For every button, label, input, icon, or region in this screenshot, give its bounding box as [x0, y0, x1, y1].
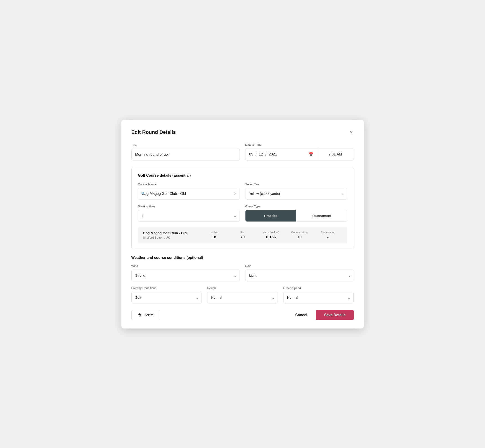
green-speed-wrap: SlowNormalFast ⌄ — [283, 292, 354, 304]
stat-par: Par 70 — [228, 231, 257, 240]
wind-dropdown[interactable]: NoneLightModerateStrong — [131, 270, 240, 281]
green-speed-dropdown[interactable]: SlowNormalFast — [283, 292, 354, 304]
delete-button[interactable]: 🗑 Delete — [131, 310, 160, 320]
wind-label: Wind — [131, 264, 240, 268]
time-value: 7:31 AM — [329, 152, 342, 156]
course-name-input-wrap: 🔍 ✕ — [138, 188, 240, 200]
title-input[interactable] — [131, 149, 240, 160]
course-name-field: Course Name 🔍 ✕ — [138, 183, 240, 200]
hole-gametype-row: Starting Hole 1234 5678 910 ⌄ Game Type … — [138, 205, 347, 222]
clear-icon[interactable]: ✕ — [234, 192, 237, 196]
course-name-input[interactable] — [138, 188, 240, 200]
edit-round-modal: Edit Round Details × Title Date & Time 0… — [121, 120, 364, 328]
course-name-display: Gog Magog Golf Club - Old, — [143, 231, 200, 235]
year-value: 2021 — [269, 152, 277, 156]
rain-wrap: NoneLightModerateHeavy ⌄ — [245, 270, 354, 281]
datetime-field: Date & Time 05 / 12 / 2021 📅 7:31 AM — [245, 143, 354, 160]
wind-wrap: NoneLightModerateStrong ⌄ — [131, 270, 240, 281]
stat-course-rating: Course rating 70 — [285, 231, 314, 240]
course-rating-label: Course rating — [285, 231, 314, 234]
modal-header: Edit Round Details × — [131, 129, 354, 136]
rough-label: Rough — [207, 286, 278, 290]
yards-label: Yards(Yellow) — [257, 231, 285, 234]
wind-field: Wind NoneLightModerateStrong ⌄ — [131, 264, 240, 281]
fairway-label: Fairway Conditions — [131, 286, 202, 290]
green-speed-field: Green Speed SlowNormalFast ⌄ — [283, 286, 354, 304]
course-tee-row: Course Name 🔍 ✕ Select Tee Yellow (6,156… — [138, 183, 347, 200]
par-value: 70 — [228, 235, 257, 240]
course-info-name: Gog Magog Golf Club - Old, Shelford Bott… — [143, 231, 200, 239]
holes-label: Holes — [200, 231, 228, 234]
footer-right: Cancel Save Details — [291, 310, 354, 320]
fairway-field: Fairway Conditions DryNormalSoftWet ⌄ — [131, 286, 202, 304]
rain-label: Rain — [245, 264, 354, 268]
practice-button[interactable]: Practice — [245, 210, 296, 222]
weather-section-title: Weather and course conditions (optional) — [131, 256, 354, 260]
course-location-display: Shelford Bottom, UK — [143, 236, 200, 239]
save-button[interactable]: Save Details — [316, 310, 354, 320]
par-label: Par — [228, 231, 257, 234]
search-icon: 🔍 — [141, 192, 146, 196]
select-tee-label: Select Tee — [245, 183, 347, 186]
time-part[interactable]: 7:31 AM — [317, 148, 354, 160]
golf-course-section: Golf Course details (Essential) Course N… — [131, 167, 354, 249]
footer-row: 🗑 Delete Cancel Save Details — [131, 310, 354, 320]
fairway-dropdown[interactable]: DryNormalSoftWet — [131, 292, 202, 304]
tournament-button[interactable]: Tournament — [296, 210, 347, 222]
yards-value: 6,156 — [257, 235, 285, 240]
course-rating-value: 70 — [285, 235, 314, 240]
select-tee-field: Select Tee Yellow (6,156 yards) White Re… — [245, 183, 347, 200]
stat-holes: Holes 18 — [200, 231, 228, 240]
rain-field: Rain NoneLightModerateHeavy ⌄ — [245, 264, 354, 281]
starting-hole-label: Starting Hole — [138, 205, 240, 208]
rough-field: Rough DryNormalSoftWet ⌄ — [207, 286, 278, 304]
datetime-label: Date & Time — [245, 143, 354, 146]
holes-value: 18 — [200, 235, 228, 240]
fairway-wrap: DryNormalSoftWet ⌄ — [131, 292, 202, 304]
stat-slope-rating: Slope rating - — [314, 231, 342, 240]
date-part[interactable]: 05 / 12 / 2021 📅 — [245, 148, 317, 160]
starting-hole-dropdown[interactable]: 1234 5678 910 — [138, 210, 240, 222]
select-tee-wrap: Yellow (6,156 yards) White Red Blue ⌄ — [245, 188, 347, 200]
game-type-field: Game Type Practice Tournament — [245, 205, 347, 222]
course-info-row: Gog Magog Golf Club - Old, Shelford Bott… — [138, 227, 347, 244]
rain-dropdown[interactable]: NoneLightModerateHeavy — [245, 270, 354, 281]
title-label: Title — [131, 144, 240, 147]
green-speed-label: Green Speed — [283, 286, 354, 290]
golf-course-section-title: Golf Course details (Essential) — [138, 174, 347, 177]
stat-yards: Yards(Yellow) 6,156 — [257, 231, 285, 240]
modal-title: Edit Round Details — [131, 129, 176, 135]
day-value: 12 — [259, 152, 263, 156]
rough-wrap: DryNormalSoftWet ⌄ — [207, 292, 278, 304]
cancel-button[interactable]: Cancel — [291, 310, 311, 320]
weather-row-2: Fairway Conditions DryNormalSoftWet ⌄ Ro… — [131, 286, 354, 304]
calendar-icon: 📅 — [308, 152, 313, 157]
game-type-label: Game Type — [245, 205, 347, 208]
delete-label: Delete — [144, 313, 154, 317]
rough-dropdown[interactable]: DryNormalSoftWet — [207, 292, 278, 304]
starting-hole-field: Starting Hole 1234 5678 910 ⌄ — [138, 205, 240, 222]
close-button[interactable]: × — [349, 129, 354, 136]
weather-section: Weather and course conditions (optional)… — [131, 256, 354, 304]
slope-rating-label: Slope rating — [314, 231, 342, 234]
month-value: 05 — [249, 152, 253, 156]
weather-row-1: Wind NoneLightModerateStrong ⌄ Rain None… — [131, 264, 354, 281]
game-type-toggle: Practice Tournament — [245, 210, 347, 222]
select-tee-dropdown[interactable]: Yellow (6,156 yards) White Red Blue — [245, 188, 347, 200]
title-field: Title — [131, 144, 240, 160]
slope-rating-value: - — [314, 235, 342, 240]
top-row: Title Date & Time 05 / 12 / 2021 📅 7:31 … — [131, 143, 354, 160]
datetime-inputs: 05 / 12 / 2021 📅 7:31 AM — [245, 148, 354, 160]
course-name-label: Course Name — [138, 183, 240, 186]
trash-icon: 🗑 — [138, 313, 142, 317]
starting-hole-wrap: 1234 5678 910 ⌄ — [138, 210, 240, 222]
